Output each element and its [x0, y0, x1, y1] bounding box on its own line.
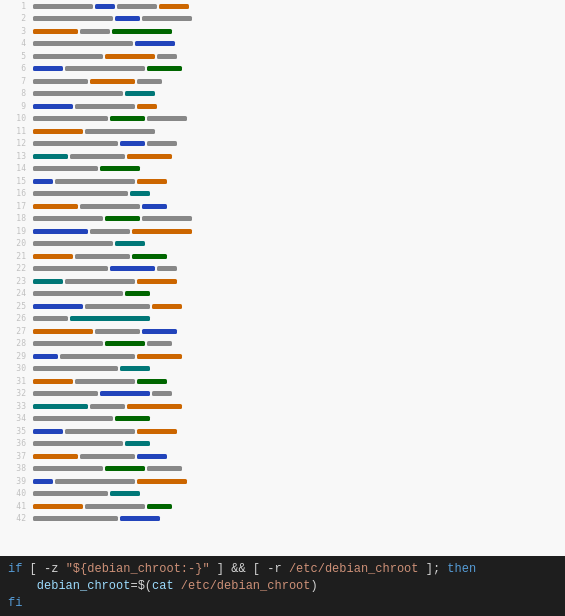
editor-row: 39: [0, 475, 565, 488]
line-number: 33: [2, 402, 32, 411]
line-number: 7: [2, 77, 32, 86]
code-segment: [147, 141, 177, 146]
operator-and: ] && [ -r: [210, 562, 289, 576]
line-number: 24: [2, 289, 32, 298]
code-segment: [95, 4, 115, 9]
code-segment: [70, 154, 125, 159]
editor-row: 15: [0, 175, 565, 188]
editor-row: 33: [0, 400, 565, 413]
code-segment: [85, 129, 155, 134]
code-segment: [80, 29, 110, 34]
line-number: 35: [2, 427, 32, 436]
editor-row: 21: [0, 250, 565, 263]
code-segment: [132, 229, 192, 234]
code-segment: [110, 116, 145, 121]
code-segment: [157, 266, 177, 271]
editor-row: 36: [0, 438, 565, 451]
editor-row: 16: [0, 188, 565, 201]
editor-row: 6: [0, 63, 565, 76]
code-segment: [117, 4, 157, 9]
code-segment: [33, 379, 73, 384]
code-segment: [33, 204, 78, 209]
line-number: 4: [2, 39, 32, 48]
editor-row: 28: [0, 338, 565, 351]
code-segment: [125, 441, 150, 446]
code-segment: [137, 79, 162, 84]
line-number: 8: [2, 89, 32, 98]
code-segment: [33, 516, 118, 521]
code-segment: [33, 279, 63, 284]
line-number: 5: [2, 52, 32, 61]
code-segment: [33, 491, 108, 496]
code-segment: [33, 141, 118, 146]
path-etc: /etc/debian_chroot: [181, 579, 311, 593]
code-segment: [33, 391, 98, 396]
code-segment: [75, 379, 135, 384]
code-segment: [135, 41, 175, 46]
code-segment: [105, 54, 155, 59]
code-segment: [55, 479, 135, 484]
editor-row: 22: [0, 263, 565, 276]
line-number: 21: [2, 252, 32, 261]
line-number: 9: [2, 102, 32, 111]
editor-row: 2: [0, 13, 565, 26]
code-segment: [90, 229, 130, 234]
code-segment: [85, 504, 145, 509]
code-segment: [137, 179, 167, 184]
code-segment: [95, 329, 140, 334]
editor-row: 19: [0, 225, 565, 238]
line-number: 19: [2, 227, 32, 236]
code-segment: [33, 241, 113, 246]
code-segment: [132, 254, 167, 259]
code-segment: [157, 54, 177, 59]
code-segment: [90, 404, 125, 409]
var-debian-chroot: "${debian_chroot:-}": [66, 562, 210, 576]
code-segment: [33, 66, 63, 71]
var-assign-name: debian_chroot: [37, 579, 131, 593]
space-1: [174, 579, 181, 593]
code-segment: [125, 291, 150, 296]
code-segment: [127, 154, 172, 159]
editor-row: 4: [0, 38, 565, 51]
editor-row: 25: [0, 300, 565, 313]
code-segment: [33, 416, 113, 421]
subshell-open: $(: [138, 579, 152, 593]
code-segment: [33, 479, 53, 484]
code-segment: [33, 41, 133, 46]
editor-row: 35: [0, 425, 565, 438]
code-segment: [137, 454, 167, 459]
editor-row: 7: [0, 75, 565, 88]
keyword-then: then: [447, 562, 476, 576]
equals-sign: =: [130, 579, 137, 593]
editor-row: 37: [0, 450, 565, 463]
code-segment: [142, 16, 192, 21]
editor-row: 1: [0, 0, 565, 13]
terminal-line-2: debian_chroot = $( cat /etc/debian_chroo…: [8, 577, 557, 594]
line-number: 25: [2, 302, 32, 311]
code-segment: [105, 341, 145, 346]
terminal-line-3: fi: [8, 595, 557, 612]
line-number: 17: [2, 202, 32, 211]
code-segment: [147, 66, 182, 71]
editor-row: 17: [0, 200, 565, 213]
code-segment: [152, 304, 182, 309]
code-segment: [142, 216, 192, 221]
code-segment: [100, 166, 140, 171]
code-segment: [110, 266, 155, 271]
code-segment: [33, 366, 118, 371]
cmd-cat: cat: [152, 579, 174, 593]
code-segment: [75, 104, 135, 109]
code-segment: [33, 191, 128, 196]
code-segment: [70, 316, 150, 321]
subshell-close: ): [310, 579, 317, 593]
line-number: 36: [2, 439, 32, 448]
code-segment: [90, 79, 135, 84]
line-number: 20: [2, 239, 32, 248]
code-segment: [33, 154, 68, 159]
code-segment: [127, 404, 182, 409]
line-number: 2: [2, 14, 32, 23]
code-segment: [142, 204, 167, 209]
line-number: 6: [2, 64, 32, 73]
code-segment: [33, 316, 68, 321]
editor-area: 1234567891011121314151617181920212223242…: [0, 0, 565, 556]
